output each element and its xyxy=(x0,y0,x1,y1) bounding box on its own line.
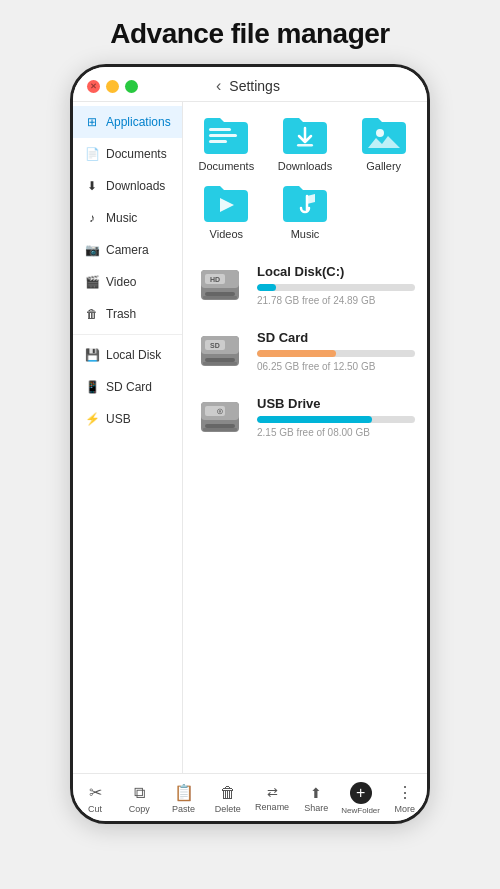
documents-label: Documents xyxy=(106,147,167,161)
copy-icon: ⧉ xyxy=(134,784,145,802)
camera-icon: 📷 xyxy=(85,243,99,257)
usb-icon: ⚡ xyxy=(85,412,99,426)
downloads-label: Downloads xyxy=(106,179,165,193)
sd-card-bar-bg xyxy=(257,350,415,357)
maximize-button[interactable] xyxy=(125,80,138,93)
sd-card-free: 06.25 GB free of 12.50 GB xyxy=(257,361,415,372)
local-disk-bar-fill xyxy=(257,284,276,291)
disk-item-usb[interactable]: ⦾ USB Drive 2.15 GB free of 08.00 GB xyxy=(191,384,419,450)
folder-item-videos[interactable]: Videos xyxy=(191,180,262,240)
delete-label: Delete xyxy=(215,804,241,814)
sidebar-item-sd-card[interactable]: 📱 SD Card xyxy=(73,371,182,403)
sidebar-item-downloads[interactable]: ⬇ Downloads xyxy=(73,170,182,202)
sidebar-item-camera[interactable]: 📷 Camera xyxy=(73,234,182,266)
topbar-title: ‹ Settings xyxy=(138,77,358,95)
sidebar-item-video[interactable]: 🎬 Video xyxy=(73,266,182,298)
sidebar-item-trash[interactable]: 🗑 Trash xyxy=(73,298,182,330)
top-bar: ✕ ‹ Settings xyxy=(73,67,427,102)
paste-button[interactable]: 📋 Paste xyxy=(162,781,206,816)
svg-rect-3 xyxy=(297,144,313,147)
local-disk-info: Local Disk(C:) 21.78 GB free of 24.89 GB xyxy=(257,264,415,306)
videos-folder-label: Videos xyxy=(210,228,243,240)
disk-item-sd[interactable]: SD SD Card 06.25 GB free of 12.50 GB xyxy=(191,318,419,384)
trash-label: Trash xyxy=(106,307,136,321)
new-folder-button[interactable]: + NewFolder xyxy=(339,780,383,817)
camera-label: Camera xyxy=(106,243,149,257)
local-disk-bar-bg xyxy=(257,284,415,291)
more-label: More xyxy=(395,804,416,814)
folder-item-music[interactable]: Music xyxy=(270,180,341,240)
sidebar: ⊞ Applications 📄 Documents ⬇ Downloads ♪… xyxy=(73,102,183,773)
page-title: Advance file manager xyxy=(110,18,389,50)
rename-label: Rename xyxy=(255,802,289,812)
folder-grid: Documents Downloads xyxy=(191,112,419,240)
folder-item-gallery[interactable]: Gallery xyxy=(348,112,419,172)
folder-item-downloads[interactable]: Downloads xyxy=(270,112,341,172)
sd-card-bar-fill xyxy=(257,350,336,357)
svg-rect-22 xyxy=(205,424,235,428)
sd-card-info: SD Card 06.25 GB free of 12.50 GB xyxy=(257,330,415,372)
usb-drive-name: USB Drive xyxy=(257,396,415,411)
documents-icon: 📄 xyxy=(85,147,99,161)
downloads-folder-label: Downloads xyxy=(278,160,332,172)
close-button[interactable]: ✕ xyxy=(87,80,100,93)
svg-rect-11 xyxy=(203,296,237,299)
sidebar-item-applications[interactable]: ⊞ Applications xyxy=(73,106,182,138)
share-button[interactable]: ⬆ Share xyxy=(294,783,338,815)
svg-text:⦾: ⦾ xyxy=(217,408,223,415)
right-panel: Documents Downloads xyxy=(183,102,427,773)
main-content: ⊞ Applications 📄 Documents ⬇ Downloads ♪… xyxy=(73,102,427,773)
local-disk-icon: 💾 xyxy=(85,348,99,362)
rename-button[interactable]: ⇄ Rename xyxy=(250,783,294,814)
sd-card-drive-icon: SD xyxy=(195,326,245,376)
svg-rect-2 xyxy=(209,140,227,143)
folder-item-documents[interactable]: Documents xyxy=(191,112,262,172)
usb-drive-free: 2.15 GB free of 08.00 GB xyxy=(257,427,415,438)
music-folder-label: Music xyxy=(291,228,320,240)
minimize-button[interactable] xyxy=(106,80,119,93)
svg-rect-1 xyxy=(209,134,237,137)
delete-button[interactable]: 🗑 Delete xyxy=(206,782,250,816)
sidebar-item-documents[interactable]: 📄 Documents xyxy=(73,138,182,170)
delete-icon: 🗑 xyxy=(220,784,236,802)
more-icon: ⋮ xyxy=(397,783,413,802)
sidebar-item-local-disk[interactable]: 💾 Local Disk xyxy=(73,339,182,371)
local-disk-label: Local Disk xyxy=(106,348,161,362)
video-icon: 🎬 xyxy=(85,275,99,289)
sidebar-item-usb[interactable]: ⚡ USB xyxy=(73,403,182,435)
svg-rect-10 xyxy=(205,292,235,296)
music-icon: ♪ xyxy=(85,211,99,225)
sd-card-icon: 📱 xyxy=(85,380,99,394)
downloads-icon: ⬇ xyxy=(85,179,99,193)
more-button[interactable]: ⋮ More xyxy=(383,781,427,816)
cut-icon: ✂ xyxy=(89,783,102,802)
music-label: Music xyxy=(106,211,137,225)
sidebar-divider xyxy=(73,334,182,335)
applications-label: Applications xyxy=(106,115,171,129)
applications-icon: ⊞ xyxy=(85,115,99,129)
sidebar-item-music[interactable]: ♪ Music xyxy=(73,202,182,234)
new-folder-label: NewFolder xyxy=(341,806,380,815)
local-disk-free: 21.78 GB free of 24.89 GB xyxy=(257,295,415,306)
local-disk-drive-icon: HD xyxy=(195,260,245,310)
bottom-toolbar: ✂ Cut ⧉ Copy 📋 Paste 🗑 Delete ⇄ Rename ⬆… xyxy=(73,773,427,821)
share-label: Share xyxy=(304,803,328,813)
paste-icon: 📋 xyxy=(174,783,194,802)
video-label: Video xyxy=(106,275,136,289)
usb-drive-bar-bg xyxy=(257,416,415,423)
back-icon[interactable]: ‹ xyxy=(216,77,221,94)
sd-card-name: SD Card xyxy=(257,330,415,345)
svg-rect-23 xyxy=(203,428,237,431)
topbar-title-text: Settings xyxy=(229,78,280,94)
svg-rect-16 xyxy=(205,358,235,362)
cut-button[interactable]: ✂ Cut xyxy=(73,781,117,816)
usb-drive-bar-fill xyxy=(257,416,372,423)
paste-label: Paste xyxy=(172,804,195,814)
gallery-folder-label: Gallery xyxy=(366,160,401,172)
svg-rect-17 xyxy=(203,362,237,365)
documents-folder-label: Documents xyxy=(199,160,255,172)
disk-item-local[interactable]: HD Local Disk(C:) 21.78 GB free of 24.89… xyxy=(191,252,419,318)
copy-button[interactable]: ⧉ Copy xyxy=(117,782,161,816)
rename-icon: ⇄ xyxy=(267,785,278,800)
trash-icon: 🗑 xyxy=(85,307,99,321)
